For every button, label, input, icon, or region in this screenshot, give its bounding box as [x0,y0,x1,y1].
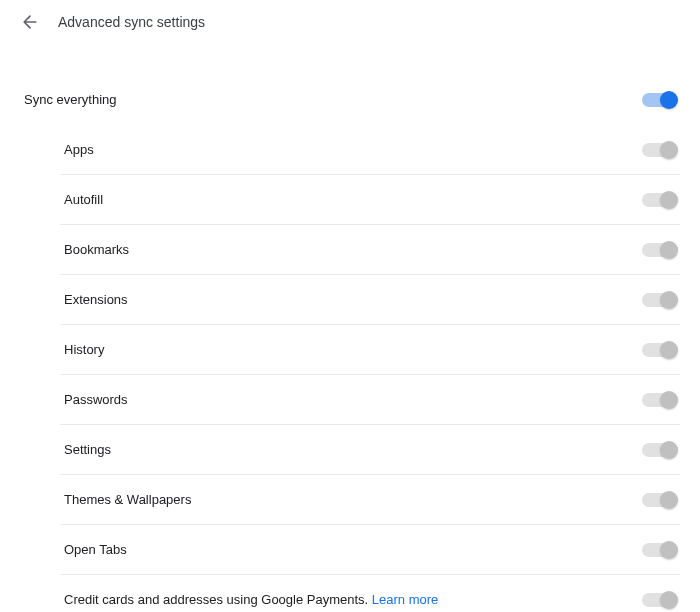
sync-item-toggle-extensions[interactable] [642,293,676,307]
sync-item-label: Autofill [64,192,103,207]
learn-more-link[interactable]: Learn more [372,592,438,607]
sync-item-toggle-passwords[interactable] [642,393,676,407]
sync-item-themes: Themes & Wallpapers [60,475,680,525]
sync-item-passwords: Passwords [60,375,680,425]
sync-item-label: History [64,342,104,357]
sync-item-label: Apps [64,142,94,157]
sync-everything-toggle[interactable] [642,93,676,107]
sync-item-toggle-opentabs[interactable] [642,543,676,557]
sync-item-toggle-settings[interactable] [642,443,676,457]
header: Advanced sync settings [0,0,700,44]
sync-item-toggle-history[interactable] [642,343,676,357]
sync-item-toggle-payments[interactable] [642,593,676,607]
sync-everything-row: Sync everything [20,74,680,125]
sync-item-toggle-apps[interactable] [642,143,676,157]
sync-item-label: Extensions [64,292,128,307]
page-title: Advanced sync settings [58,14,205,30]
payments-text: Credit cards and addresses using Google … [64,592,372,607]
sync-item-toggle-bookmarks[interactable] [642,243,676,257]
sync-item-label: Bookmarks [64,242,129,257]
sync-item-extensions: Extensions [60,275,680,325]
sync-item-history: History [60,325,680,375]
sync-item-bookmarks: Bookmarks [60,225,680,275]
sync-item-label: Credit cards and addresses using Google … [64,592,438,607]
sync-item-label: Themes & Wallpapers [64,492,191,507]
sync-everything-label: Sync everything [24,92,117,107]
sync-item-payments: Credit cards and addresses using Google … [60,575,680,612]
sync-item-label: Settings [64,442,111,457]
sync-item-toggle-autofill[interactable] [642,193,676,207]
sync-item-opentabs: Open Tabs [60,525,680,575]
content: Sync everything Apps Autofill Bookmarks [0,74,700,612]
sync-item-label: Passwords [64,392,128,407]
sync-item-apps: Apps [60,125,680,175]
arrow-left-icon [20,12,40,32]
sync-item-autofill: Autofill [60,175,680,225]
back-button[interactable] [20,12,40,32]
sync-item-toggle-themes[interactable] [642,493,676,507]
sync-items-list: Apps Autofill Bookmarks Extensions Histo [20,125,680,612]
sync-item-settings: Settings [60,425,680,475]
sync-item-label: Open Tabs [64,542,127,557]
